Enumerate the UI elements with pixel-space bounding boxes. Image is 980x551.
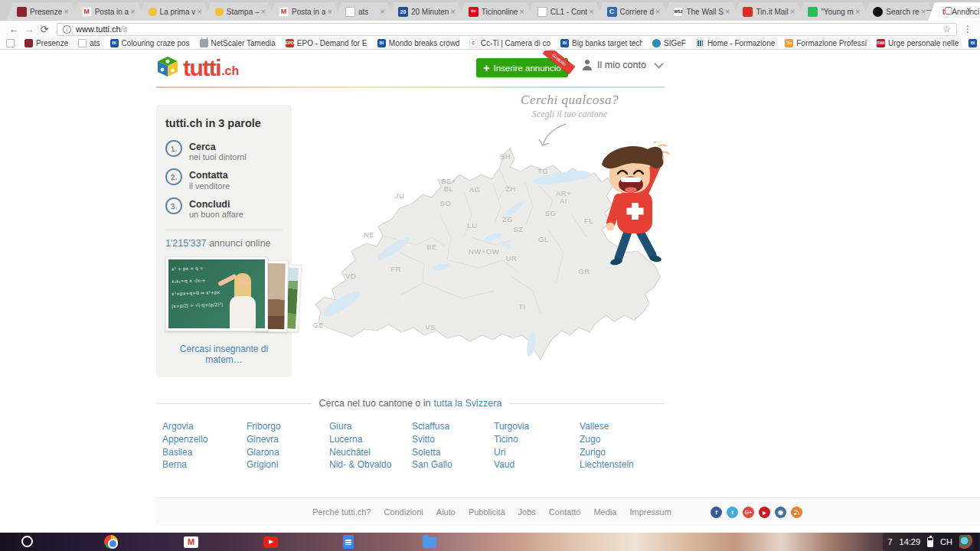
footer-link[interactable]: Aiuto — [436, 507, 456, 517]
canton-link[interactable]: Basilea — [162, 446, 247, 459]
canton-link[interactable]: Appenzello — [162, 433, 247, 446]
canton-link[interactable]: Ginevra — [247, 433, 329, 446]
canton-link[interactable]: Grigioni — [247, 458, 329, 471]
bookmark-item[interactable]: BIBig banks target tech — [560, 39, 642, 47]
tab-close-icon[interactable]: × — [380, 7, 384, 16]
bookmark-item[interactable]: SWIUrge personale nelle — [877, 39, 959, 47]
user-avatar[interactable] — [959, 535, 974, 549]
browser-tab[interactable]: 2020 Minuten× — [387, 2, 465, 21]
footer-link[interactable]: Condizioni — [384, 507, 423, 517]
browser-menu-icon[interactable]: ⋮ — [962, 24, 974, 34]
canton-map-label[interactable]: GE — [313, 321, 325, 329]
twitter-icon[interactable]: t — [727, 507, 738, 518]
canton-map-label[interactable]: JU — [395, 192, 405, 200]
browser-tab[interactable]: CL1 - Cont× — [527, 2, 603, 21]
footer-link[interactable]: Media — [593, 507, 616, 517]
canton-map-label[interactable]: TG — [537, 168, 548, 175]
docs-icon[interactable] — [343, 535, 354, 549]
footer-link[interactable]: Impressum — [629, 507, 671, 517]
featured-ad-link[interactable]: Cercasi insegnante di matem… — [165, 344, 283, 365]
bookmark-item[interactable]: CCc-Ti | Camera di co — [469, 39, 550, 47]
bookmark-item[interactable]: BIMondo breaks crowd — [377, 39, 459, 47]
ads-count-link[interactable]: 1'215'337 — [165, 238, 206, 249]
bookmark-item[interactable]: Home - Formazione — [696, 39, 775, 47]
browser-tab[interactable]: tioTicinonline× — [458, 2, 534, 21]
tab-close-icon[interactable]: × — [327, 7, 332, 16]
canton-link[interactable]: Lucerna — [329, 433, 412, 446]
canton-link[interactable]: Argovia — [162, 420, 247, 433]
bookmark-item[interactable]: SIGeF — [652, 39, 686, 47]
bookmark-item[interactable] — [6, 39, 15, 47]
files-icon[interactable] — [423, 537, 436, 548]
tab-close-icon[interactable]: × — [64, 7, 68, 16]
tab-close-icon[interactable]: × — [655, 7, 660, 16]
forward-icon[interactable]: → — [21, 24, 37, 34]
canton-link[interactable]: Liechtenstein — [580, 458, 634, 471]
tab-close-icon[interactable]: × — [589, 7, 593, 16]
canton-link[interactable]: Zurigo — [580, 446, 634, 459]
youtube-icon[interactable] — [263, 536, 278, 548]
bookmark-item[interactable]: ats — [78, 39, 100, 47]
url-text[interactable]: www.tutti.ch/it — [76, 24, 127, 34]
youtube-icon[interactable]: ▶ — [759, 507, 770, 518]
canton-link[interactable]: Uri — [494, 446, 580, 459]
bookmark-item[interactable]: TnFormazione Professi — [785, 39, 867, 47]
browser-tab[interactable]: "Young m× — [797, 2, 869, 21]
footer-link[interactable]: Pubblicità — [469, 507, 505, 517]
canton-map-label[interactable]: NE — [364, 231, 374, 239]
tab-close-icon[interactable]: × — [855, 7, 860, 16]
chrome-icon[interactable] — [104, 535, 118, 549]
featured-ad-photos[interactable]: x² + px + q =x₁x₂=q ∧ -(x₁+x²+px+q=0 ⇔ x… — [165, 256, 283, 336]
canton-map-label[interactable]: TI — [518, 303, 525, 311]
window-close-icon[interactable]: × — [963, 5, 974, 15]
launcher-icon[interactable] — [21, 536, 33, 547]
canton-link[interactable]: Nid- & Obvaldo — [329, 458, 412, 471]
canton-link[interactable]: Turgovia — [494, 420, 580, 433]
footer-link[interactable]: Perché tutti.ch? — [312, 507, 371, 517]
canton-link[interactable]: Neuchâtel — [329, 446, 412, 459]
tab-close-icon[interactable]: × — [790, 7, 795, 16]
bookmark-item[interactable]: EPOEPO - Demand for Eu — [286, 39, 368, 47]
page-info-icon[interactable]: i — [63, 25, 71, 34]
tab-close-icon[interactable]: × — [519, 7, 524, 16]
canton-link[interactable]: Svitto — [412, 433, 494, 446]
address-bar[interactable]: i www.tutti.ch/it ☆ — [57, 23, 957, 36]
canton-link[interactable]: Zugo — [580, 433, 634, 446]
canton-map-label[interactable]: NW+OW — [469, 248, 499, 256]
browser-tab[interactable]: La prima v× — [138, 2, 211, 21]
window-minimize-icon[interactable]: – — [923, 5, 934, 15]
canton-link[interactable]: Friborgo — [247, 420, 329, 433]
post-ad-button[interactable]: + Inserire annuncio Gratuito — [476, 58, 568, 77]
footer-link[interactable]: Contatto — [549, 507, 581, 517]
status-tray[interactable]: 7 14:29 CH — [883, 533, 978, 551]
canton-map-label[interactable]: VD — [345, 272, 356, 280]
canton-map-label[interactable]: SH — [500, 153, 511, 161]
browser-tab[interactable]: Stampa –× — [204, 2, 275, 21]
tab-close-icon[interactable]: × — [725, 7, 730, 16]
rss-icon[interactable] — [791, 507, 802, 518]
bookmark-item[interactable]: Presenze — [24, 39, 68, 47]
tab-close-icon[interactable]: × — [261, 7, 266, 16]
browser-tab[interactable]: WSJThe Wall S× — [662, 2, 739, 21]
canton-link[interactable]: Ticino — [494, 433, 580, 446]
back-icon[interactable]: ← — [6, 24, 21, 34]
canton-map-label[interactable]: BS+ BL — [441, 178, 456, 193]
canton-map-label[interactable]: UR — [506, 255, 518, 262]
canton-link[interactable]: Vaud — [494, 458, 580, 471]
browser-tab[interactable]: ats× — [335, 2, 394, 21]
canton-link[interactable]: Sciaffusa — [412, 420, 494, 433]
instagram-icon[interactable]: ◉ — [775, 507, 786, 518]
canton-link[interactable]: Vallese — [580, 420, 634, 433]
bookmark-item[interactable]: BIThe life of Telegram — [969, 39, 980, 47]
browser-tab[interactable]: CCorriere d× — [596, 2, 670, 21]
bookmark-star-icon[interactable]: ☆ — [942, 24, 951, 34]
canton-map-label[interactable]: BE — [426, 243, 437, 251]
google-plus-icon[interactable]: G+ — [743, 507, 754, 518]
my-account-menu[interactable]: Il mio conto — [582, 60, 661, 70]
footer-link[interactable]: Jobs — [518, 507, 536, 517]
canton-map-label[interactable]: AR+ AI — [556, 190, 571, 205]
canton-map-label[interactable]: SG — [545, 210, 557, 217]
canton-link[interactable]: Giura — [329, 420, 412, 433]
browser-tab[interactable]: MPosta in a× — [71, 2, 145, 21]
reload-icon[interactable]: ⟳ — [37, 24, 52, 34]
